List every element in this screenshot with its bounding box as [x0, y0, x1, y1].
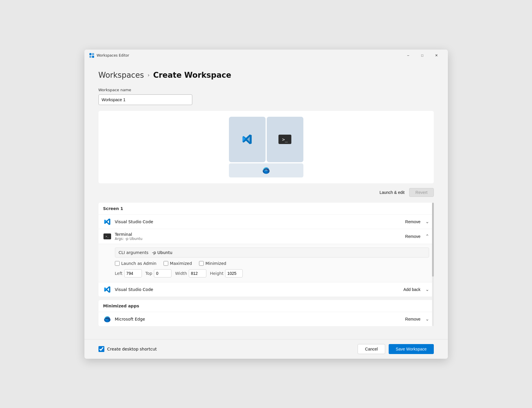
vscode-icon-2 — [103, 285, 111, 294]
scrollbar-track[interactable] — [432, 203, 434, 326]
vscode2-info: Visual Studio Code — [115, 287, 398, 292]
terminal-info: Terminal Args: -p Ubuntu — [115, 232, 400, 241]
terminal-name: Terminal — [115, 232, 400, 237]
preview-tile-vscode — [229, 117, 266, 162]
breadcrumb-separator: › — [147, 72, 149, 78]
close-button[interactable]: ✕ — [430, 51, 443, 60]
minimized-apps-section: Minimized apps — [98, 300, 434, 326]
breadcrumb-current: Create Workspace — [153, 71, 231, 79]
app-row-vscode1: Visual Studio Code Remove ⌄ — [98, 214, 434, 229]
vscode2-name: Visual Studio Code — [115, 287, 398, 292]
left-group: Left — [115, 269, 142, 277]
vscode1-expand-button[interactable]: ⌄ — [425, 219, 429, 224]
top-input[interactable] — [154, 269, 171, 277]
edge-expand-button[interactable]: ⌄ — [425, 316, 429, 322]
maximize-button[interactable]: □ — [416, 51, 429, 60]
scrollbar-thumb[interactable] — [432, 203, 434, 277]
create-shortcut-label[interactable]: Create desktop shortcut — [107, 347, 157, 351]
cli-label: CLI arguments — [119, 250, 149, 255]
height-group: Height — [210, 269, 243, 277]
vscode1-actions: Remove ⌄ — [403, 218, 429, 225]
screen1-header: Screen 1 — [98, 203, 434, 214]
svg-rect-2 — [89, 56, 91, 58]
svg-rect-1 — [92, 53, 94, 55]
launch-as-admin-checkbox[interactable]: Launch as Admin — [115, 261, 157, 266]
create-shortcut-checkbox[interactable] — [98, 346, 104, 352]
vscode1-name: Visual Studio Code — [115, 219, 400, 224]
remove-vscode1-button[interactable]: Remove — [403, 218, 423, 225]
preview-top-row: >_ — [229, 117, 303, 162]
maximized-checkbox[interactable]: Maximized — [164, 261, 192, 266]
terminal-preview-icon: >_ — [278, 135, 291, 144]
preview-tile-terminal: >_ — [267, 117, 303, 162]
main-window: Workspaces Editor – □ ✕ Workspaces › Cre… — [84, 50, 448, 359]
workspace-name-label: Workspace name — [98, 88, 434, 92]
terminal-icon: >_ — [103, 232, 111, 241]
vscode-icon-1 — [103, 218, 111, 226]
preview-tile-edge — [229, 163, 303, 177]
checkboxes-row: Launch as Admin Maximized Minimized — [115, 261, 429, 266]
cli-row: CLI arguments -p Ubuntu — [115, 248, 429, 258]
remove-terminal-button[interactable]: Remove — [403, 233, 423, 240]
breadcrumb-workspaces[interactable]: Workspaces — [98, 71, 144, 79]
position-row: Left Top Width Height — [115, 269, 429, 277]
launch-bar: Launch & edit Revert — [98, 188, 434, 197]
minimize-button[interactable]: – — [402, 51, 415, 60]
left-label: Left — [115, 271, 123, 276]
height-label: Height — [210, 271, 223, 276]
edge-name: Microsoft Edge — [115, 317, 400, 321]
launch-as-admin-label: Launch as Admin — [121, 261, 157, 266]
app-row-edge: Microsoft Edge Remove ⌄ — [98, 312, 434, 326]
edge-actions: Remove ⌄ — [403, 316, 429, 323]
width-label: Width — [175, 271, 187, 276]
breadcrumb: Workspaces › Create Workspace — [98, 71, 434, 79]
width-input[interactable] — [189, 269, 206, 277]
cancel-button[interactable]: Cancel — [358, 344, 385, 354]
cli-value: -p Ubuntu — [152, 250, 172, 255]
window-controls: – □ ✕ — [402, 51, 443, 60]
top-group: Top — [145, 269, 172, 277]
minimized-apps-header: Minimized apps — [98, 300, 434, 312]
vscode2-expand-button[interactable]: ⌄ — [425, 287, 429, 292]
vscode2-actions: Add back ⌄ — [401, 286, 429, 293]
preview-area: >_ — [98, 111, 434, 183]
revert-button[interactable]: Revert — [409, 188, 434, 197]
maximized-input[interactable] — [164, 261, 168, 266]
app-icon — [89, 53, 94, 58]
footer-left: Create desktop shortcut — [98, 346, 157, 352]
terminal-args: Args: -p Ubuntu — [115, 237, 400, 241]
terminal-actions: Remove ⌃ — [403, 233, 429, 240]
app-row-terminal: >_ Terminal Args: -p Ubuntu Remove ⌃ — [98, 229, 434, 244]
minimized-input[interactable] — [199, 261, 204, 266]
svg-rect-0 — [89, 53, 91, 55]
width-group: Width — [175, 269, 206, 277]
window-title: Workspaces Editor — [97, 53, 399, 57]
terminal-collapse-button[interactable]: ⌃ — [425, 233, 429, 239]
top-label: Top — [145, 271, 152, 276]
workspace-name-input[interactable] — [98, 94, 192, 105]
minimized-checkbox[interactable]: Minimized — [199, 261, 226, 266]
height-input[interactable] — [225, 269, 243, 277]
minimized-label: Minimized — [205, 261, 226, 266]
launch-as-admin-input[interactable] — [115, 261, 120, 266]
screen1-section: Screen 1 Visual Studio Code Remove — [98, 203, 434, 297]
scrollable-panel: Screen 1 Visual Studio Code Remove — [98, 203, 434, 326]
svg-rect-3 — [92, 56, 94, 58]
titlebar: Workspaces Editor – □ ✕ — [84, 50, 448, 61]
edge-icon — [103, 315, 111, 323]
remove-edge-button[interactable]: Remove — [403, 316, 423, 323]
terminal-expanded-details: CLI arguments -p Ubuntu Launch as Admin … — [98, 244, 434, 282]
main-content: Workspaces › Create Workspace Workspace … — [84, 61, 448, 339]
add-back-vscode2-button[interactable]: Add back — [401, 286, 423, 293]
maximized-label: Maximized — [170, 261, 192, 266]
edge-info: Microsoft Edge — [115, 317, 400, 321]
vscode1-info: Visual Studio Code — [115, 219, 400, 224]
save-workspace-button[interactable]: Save Workspace — [389, 344, 434, 354]
app-row-vscode2: Visual Studio Code Add back ⌄ — [98, 282, 434, 297]
left-input[interactable] — [124, 269, 142, 277]
footer-right: Cancel Save Workspace — [358, 344, 434, 354]
launch-edit-button[interactable]: Launch & edit — [380, 190, 405, 195]
footer: Create desktop shortcut Cancel Save Work… — [84, 339, 448, 359]
preview-container: >_ — [229, 117, 303, 177]
